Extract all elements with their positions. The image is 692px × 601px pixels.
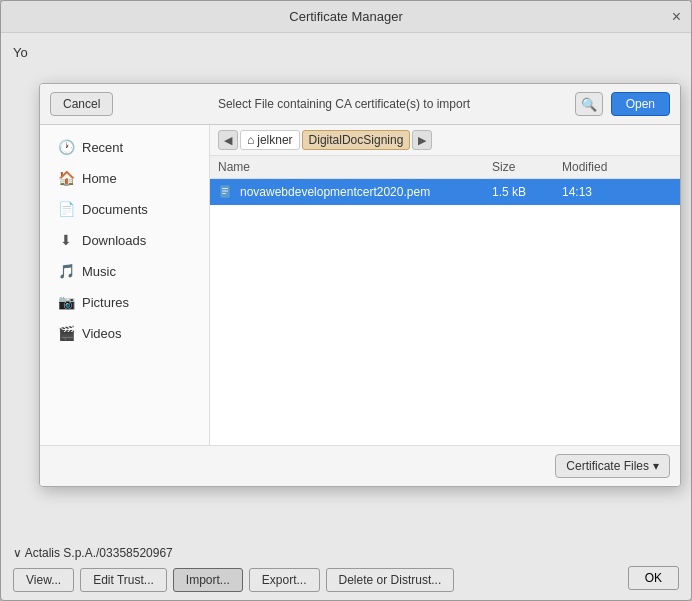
home-breadcrumb-icon: ⌂ <box>247 133 254 147</box>
search-button[interactable]: 🔍 <box>575 92 603 116</box>
sidebar-item-downloads[interactable]: ⬇ Downloads <box>44 225 205 255</box>
open-button[interactable]: Open <box>611 92 670 116</box>
dialog-body: 🕐 Recent 🏠 Home 📄 Documents ⬇ Downloads <box>40 125 680 445</box>
actalis-label: ∨ Actalis S.p.A./03358520967 <box>13 546 679 560</box>
bg-yo-label: Yo <box>13 45 679 60</box>
folder-breadcrumb-label: DigitalDocSigning <box>309 133 404 147</box>
file-area: ◀ ⌂ jelkner DigitalDocSigning <box>210 125 680 445</box>
svg-rect-1 <box>222 188 228 189</box>
bg-bottom-bar: ∨ Actalis S.p.A./03358520967 View... Edi… <box>1 538 691 600</box>
sidebar-item-recent[interactable]: 🕐 Recent <box>44 132 205 162</box>
cancel-button[interactable]: Cancel <box>50 92 113 116</box>
sidebar: 🕐 Recent 🏠 Home 📄 Documents ⬇ Downloads <box>40 125 210 445</box>
music-icon: 🎵 <box>58 263 74 279</box>
downloads-icon: ⬇ <box>58 232 74 248</box>
home-breadcrumb-label: jelkner <box>257 133 292 147</box>
header-modified: Modified <box>562 160 652 174</box>
outer-window: Certificate Manager × Yo ∨ Actalis S.p.A… <box>0 0 692 601</box>
breadcrumb-folder-segment[interactable]: DigitalDocSigning <box>302 130 411 150</box>
filter-label: Certificate Files <box>566 459 649 473</box>
svg-rect-2 <box>222 191 228 192</box>
dialog-footer: Certificate Files ▾ <box>40 445 680 486</box>
header-name: Name <box>218 160 492 174</box>
delete-button[interactable]: Delete or Distrust... <box>326 568 455 592</box>
file-name-cell: novawebdevelopmentcert2020.pem <box>218 184 492 200</box>
sidebar-label-pictures: Pictures <box>82 295 129 310</box>
sidebar-item-pictures[interactable]: 📷 Pictures <box>44 287 205 317</box>
recent-icon: 🕐 <box>58 139 74 155</box>
breadcrumb-home-segment[interactable]: ⌂ jelkner <box>240 130 300 150</box>
edit-trust-button[interactable]: Edit Trust... <box>80 568 167 592</box>
dialog-header: Cancel Select File containing CA certifi… <box>40 84 680 125</box>
sidebar-item-home[interactable]: 🏠 Home <box>44 163 205 193</box>
forward-icon: ▶ <box>418 134 426 147</box>
file-list-header: Name Size Modified <box>210 156 680 179</box>
sidebar-item-videos[interactable]: 🎬 Videos <box>44 318 205 348</box>
outer-content: Yo ∨ Actalis S.p.A./03358520967 View... … <box>1 33 691 600</box>
window-title: Certificate Manager <box>289 9 402 24</box>
file-picker-dialog: Cancel Select File containing CA certifi… <box>39 83 681 487</box>
ok-button[interactable]: OK <box>628 566 679 590</box>
sidebar-label-downloads: Downloads <box>82 233 146 248</box>
titlebar: Certificate Manager × <box>1 1 691 33</box>
file-list: novawebdevelopmentcert2020.pem 1.5 kB 14… <box>210 179 680 445</box>
sidebar-label-videos: Videos <box>82 326 122 341</box>
pictures-icon: 📷 <box>58 294 74 310</box>
file-modified: 14:13 <box>562 185 652 199</box>
svg-rect-3 <box>222 193 226 194</box>
bg-button-bar: View... Edit Trust... Import... Export..… <box>13 568 679 592</box>
dialog-title: Select File containing CA certificate(s)… <box>121 97 566 111</box>
header-size: Size <box>492 160 562 174</box>
table-row[interactable]: novawebdevelopmentcert2020.pem 1.5 kB 14… <box>210 179 680 205</box>
sidebar-label-music: Music <box>82 264 116 279</box>
breadcrumb-forward-button[interactable]: ▶ <box>412 130 432 150</box>
sidebar-label-recent: Recent <box>82 140 123 155</box>
documents-icon: 📄 <box>58 201 74 217</box>
import-button[interactable]: Import... <box>173 568 243 592</box>
header-extra <box>652 160 672 174</box>
export-button[interactable]: Export... <box>249 568 320 592</box>
filter-dropdown-icon: ▾ <box>653 459 659 473</box>
view-button[interactable]: View... <box>13 568 74 592</box>
breadcrumb-bar: ◀ ⌂ jelkner DigitalDocSigning <box>210 125 680 156</box>
breadcrumb-back-button[interactable]: ◀ <box>218 130 238 150</box>
file-name: novawebdevelopmentcert2020.pem <box>240 185 430 199</box>
sidebar-label-documents: Documents <box>82 202 148 217</box>
home-icon: 🏠 <box>58 170 74 186</box>
videos-icon: 🎬 <box>58 325 74 341</box>
breadcrumb-path: ⌂ jelkner DigitalDocSigning <box>240 130 410 150</box>
sidebar-item-documents[interactable]: 📄 Documents <box>44 194 205 224</box>
back-icon: ◀ <box>224 134 232 147</box>
file-size: 1.5 kB <box>492 185 562 199</box>
sidebar-label-home: Home <box>82 171 117 186</box>
filter-button[interactable]: Certificate Files ▾ <box>555 454 670 478</box>
sidebar-item-music[interactable]: 🎵 Music <box>44 256 205 286</box>
file-icon <box>218 184 234 200</box>
search-icon: 🔍 <box>581 97 597 112</box>
close-button[interactable]: × <box>672 9 681 25</box>
